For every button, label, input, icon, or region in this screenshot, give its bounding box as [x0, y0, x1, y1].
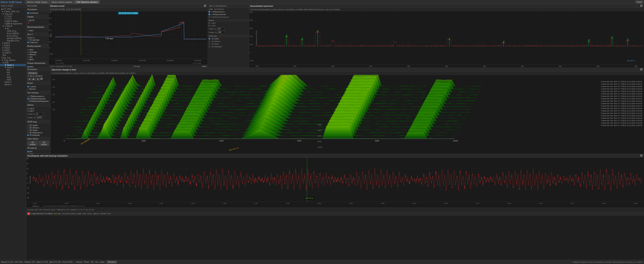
tree-item-stanok[interactable]: ▼ Станок_3325 2 мс	[0, 10, 26, 13]
tree-item-ch3[interactable]: Канал 3	[0, 81, 26, 83]
radio-y-vibro[interactable]: У Виброскорость	[27, 95, 49, 98]
tree-item-gpsh1[interactable]: 8 ГПШ-В	[0, 47, 26, 49]
osc-legend-dt2: 0.02	[107, 213, 111, 214]
oscillogram-close[interactable]: ×	[640, 154, 643, 157]
radio-separate[interactable]: Отдельно	[27, 41, 48, 44]
demod-mode-3d-anim[interactable]: 3D анимация	[208, 45, 249, 48]
tree-item-spring2[interactable]: Spring(5-21Гц)	[0, 40, 26, 42]
oscillogram-chart-area[interactable]: 35 25 15 5 0 -5 -15 -25 -35 Амплитуда 14…	[26, 158, 644, 202]
tree-item-uzly[interactable]: ▼ Узлы №1	[0, 13, 26, 15]
radio-dot-3d-line	[27, 130, 29, 131]
tree-item-stndvk[interactable]: ▼ Стнд. ВиКонт	[0, 59, 26, 62]
demod-mode-2d-area[interactable]: 2D область	[208, 40, 249, 43]
tree-item-gpsh2[interactable]: 9 ГПШ-В	[0, 49, 26, 52]
check-log-y[interactable]: Log Y	[27, 110, 49, 112]
radio-minute[interactable]: Минута	[27, 53, 48, 56]
vibration-trend-chart[interactable]	[49, 11, 208, 58]
radio-2d-area[interactable]: 2D область	[27, 126, 49, 129]
radio-hour[interactable]: Час	[27, 56, 48, 58]
tree-item-acc1[interactable]: Аcc(1-1000Гц)	[0, 32, 26, 35]
spectrum-change-close[interactable]: ×	[640, 68, 643, 71]
nav-next[interactable]: ►	[36, 78, 40, 80]
demod-x-min-input[interactable]	[217, 27, 224, 30]
demodulated-spectrum-panel: Demodulated spectrum × 13.12.20 14:19:53…	[249, 4, 644, 68]
tree-item-acc2[interactable]: Аcc(1-10кГц)	[0, 35, 26, 37]
nav-prev[interactable]: ◄	[27, 78, 32, 80]
tree-item-aa1[interactable]: Аа1	[0, 69, 26, 71]
sidebar-header: ВиКонт АСДБ	[1, 5, 13, 7]
x-min-input[interactable]	[36, 112, 43, 115]
tree-item-ch1[interactable]: ▼ Канал 1	[0, 64, 26, 66]
radio-auto-scale[interactable]: Авто	[27, 48, 48, 51]
tree-item-vsv[interactable]: ▼ ВСВ	[0, 62, 26, 64]
demod-x-max-input[interactable]	[218, 31, 225, 34]
osc-x-axis: 1.4431.4451.4471.4491.451 1.4531.4551.45…	[26, 202, 644, 205]
tree-item-spring1[interactable]: Spring(5-1000Гц)	[0, 37, 26, 40]
tree-item-pt3319[interactable]: ▶ ПТ_3319	[0, 8, 26, 10]
radio-v-vibro[interactable]: В Виброперемещение	[27, 100, 49, 102]
radio-3d-line[interactable]: 3D линия	[27, 129, 49, 132]
annotation-item: Станок №1 Тип: ФОТ-2.7 ГПШ-В 13.12.2020 …	[601, 95, 642, 98]
plot-3d-btn[interactable]: 3D график	[39, 141, 50, 146]
radio-ch1[interactable]: 1 канал	[27, 86, 49, 88]
check-log-x[interactable]: Log X	[27, 107, 49, 110]
tree-item-seq2[interactable]: Seq2	[0, 78, 26, 81]
osc-legend-date: 13.12.20 14:19:53	[62, 213, 76, 214]
tree-item-zpsh3[interactable]: 7 ЗПШ-В	[0, 44, 26, 47]
demodulated-close[interactable]: ×	[640, 5, 643, 7]
tree-item-zpsh[interactable]: ▼ 5 ЗПШ-В	[0, 25, 26, 27]
vibration-trend-close[interactable]: ×	[204, 5, 206, 7]
tree-item-vc1[interactable]: Vc1	[0, 74, 26, 76]
check-basic[interactable]: Основные	[27, 12, 48, 14]
radio-3d-waterfall[interactable]: 3D водопад	[27, 134, 49, 136]
radio-a-vibro[interactable]: А Виброускорение	[27, 98, 49, 100]
demod-mode-3d[interactable]: 3D линия	[208, 43, 249, 45]
options-button[interactable]: Опции	[636, 0, 643, 3]
demod-log-x[interactable]: Log X	[208, 22, 249, 24]
update-button[interactable]: Обновить	[27, 72, 38, 74]
tab-cnc[interactable]: CNC Machine vibration	[74, 0, 100, 4]
update-status-btn[interactable]: Обновить	[106, 261, 117, 264]
log-x-label: Log X	[30, 108, 34, 110]
nav-play[interactable]: ▶	[32, 78, 36, 80]
tree-item-vel1[interactable]: Vel(5-21Гц)	[0, 30, 26, 32]
radio-auto-update[interactable]: Авто	[27, 66, 48, 68]
tree-item-gte-n[interactable]: 2 ГТЭ-Н	[0, 18, 26, 20]
tree-item-zpsh2[interactable]: 6 ЗПШ-В	[0, 42, 26, 44]
radio-cursor-none[interactable]: Нет	[27, 150, 49, 153]
tree-item-vs[interactable]: ▼ Вs	[0, 27, 26, 30]
radio-up-to-20[interactable]: До 20	[27, 19, 48, 22]
radio-group[interactable]: По группам	[27, 39, 48, 41]
radio-multi[interactable]: Мульти	[27, 88, 49, 90]
demodulated-chart[interactable]	[249, 11, 644, 64]
tree-item-shvb2[interactable]: 4 ШВБ-В подшипник	[0, 22, 26, 25]
tree-item-pshp[interactable]: 10 ПШП-П	[0, 52, 26, 54]
tab-steam[interactable]: Steam turbine analysis	[50, 0, 74, 4]
tree-item-ch4[interactable]: Канал 4	[0, 83, 26, 86]
demod-log-y[interactable]: Log Y	[208, 24, 249, 27]
tree-item-gte-v[interactable]: 1 ГТЭ-В	[0, 15, 26, 18]
tree-item-tve[interactable]: ТВЭ	[0, 54, 26, 56]
radio-auto[interactable]: Авто	[27, 30, 48, 32]
x-max-input[interactable]	[36, 116, 44, 119]
radio-day[interactable]: День	[27, 58, 48, 61]
radio-2d-line[interactable]: 2D линия	[27, 124, 49, 126]
osc-legend-bar: Легенда Цвет Имя Значение Един. Тайм/мет…	[26, 208, 644, 212]
radio-second[interactable]: Секунда	[27, 51, 48, 53]
sidebar-tree: ▶ ПТ_3319 ▼ Станок_3325 2 мс ▼ Узлы №1 1…	[0, 8, 26, 86]
radio-3d-imm[interactable]: 3D имерсность	[27, 132, 49, 134]
tree-item-ch2[interactable]: ▼ Канал 2	[0, 66, 26, 69]
plot-2d-btn[interactable]: 2D график	[27, 141, 38, 146]
waterfall-canvas[interactable]	[50, 75, 644, 154]
tree-item-aa2[interactable]: Аа2	[0, 71, 26, 74]
memory-label: Память 47%	[24, 261, 35, 263]
tree-item-shvb[interactable]: 3 ШВБ-В Гайка	[0, 20, 26, 22]
waterfall-3d-chart[interactable]: Станок №1 Тип: ФОТ-2.7 ГПШ-В 13.12.2020 …	[50, 75, 644, 154]
oscillogram-canvas[interactable]	[26, 158, 644, 202]
channel-header: Канал	[26, 82, 50, 85]
spectrum-close[interactable]: ×	[40, 78, 43, 80]
tree-item-stnd[interactable]: Стнд. 2 мс	[0, 56, 26, 59]
demod-mode-2d[interactable]: 2D линия	[208, 38, 249, 40]
tab-vikont[interactable]: ВиКонт АСДБ Сфера	[25, 0, 50, 4]
tree-item-seq1[interactable]: Seq1	[0, 76, 26, 78]
